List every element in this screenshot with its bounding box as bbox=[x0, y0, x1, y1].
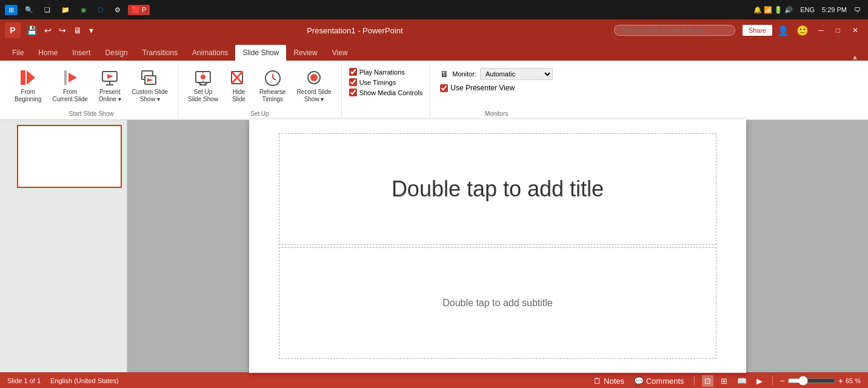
ribbon-search-input[interactable] bbox=[614, 25, 735, 36]
record-slideshow-button[interactable]: Record SlideShow ▾ bbox=[292, 65, 336, 105]
taskbar-notification[interactable]: 🗨 bbox=[852, 5, 863, 15]
normal-view-button[interactable]: ⊡ bbox=[702, 375, 713, 387]
slide-sorter-button[interactable]: ⊞ bbox=[718, 375, 730, 387]
tab-view[interactable]: View bbox=[325, 45, 355, 61]
monitor-settings: 🖥 Monitor: Automatic Primary Monitor Use… bbox=[435, 63, 558, 97]
rehearse-timings-button[interactable]: RehearseTimings bbox=[255, 65, 290, 105]
minimize-button[interactable]: ─ bbox=[813, 24, 829, 37]
slide-info: Slide 1 of 1 bbox=[7, 377, 41, 384]
set-up-show-button[interactable]: Set UpSlide Show bbox=[183, 65, 223, 105]
tab-review[interactable]: Review bbox=[286, 45, 324, 61]
slide-canvas[interactable]: Double tap to add title Double tap to ad… bbox=[249, 119, 746, 373]
monitor-dropdown[interactable]: Automatic Primary Monitor bbox=[480, 68, 553, 80]
taskbar: ⊞ 🔍 ❑ 📁 ◉ ⬡ ⚙ 🟥 P 🔔 📶 🔋 🔊 ENG 5:29 PM 🗨 bbox=[0, 0, 868, 19]
close-button[interactable]: ✕ bbox=[847, 24, 863, 37]
custom-slideshow-icon bbox=[140, 68, 159, 87]
present-online-button[interactable]: PresentOnline ▾ bbox=[94, 65, 126, 105]
settings-button[interactable]: ⚙ bbox=[111, 5, 124, 15]
zoom-slider[interactable] bbox=[787, 376, 836, 386]
file-explorer-button[interactable]: 📁 bbox=[58, 5, 73, 15]
save-quick-btn[interactable]: 💾 bbox=[24, 24, 39, 36]
present-online-label: PresentOnline ▾ bbox=[99, 89, 121, 103]
statusbar-divider2 bbox=[772, 376, 773, 386]
rehearse-timings-icon bbox=[263, 68, 282, 87]
slide-panel: 1 bbox=[0, 120, 127, 372]
record-slideshow-icon bbox=[304, 68, 324, 87]
zoom-in-button[interactable]: + bbox=[838, 376, 843, 386]
tab-home[interactable]: Home bbox=[31, 45, 65, 61]
powerpoint-taskbar-button[interactable]: 🟥 P bbox=[128, 5, 150, 15]
taskbar-system-icons: 🔔 📶 🔋 🔊 bbox=[751, 5, 795, 15]
slide-subtitle-area[interactable]: Double tap to add subtitle bbox=[279, 247, 716, 359]
svg-rect-2 bbox=[64, 70, 67, 85]
monitor-icon: 🖥 bbox=[440, 69, 449, 79]
from-current-button[interactable]: FromCurrent Slide bbox=[47, 65, 92, 105]
maximize-button[interactable]: □ bbox=[831, 24, 845, 37]
monitors-group-label: Monitors bbox=[435, 108, 558, 117]
comments-icon: 💬 bbox=[634, 376, 644, 386]
status-bar: Slide 1 of 1 English (United States) 🗒 N… bbox=[0, 372, 868, 388]
tab-design[interactable]: Design bbox=[98, 45, 135, 61]
statusbar-right: 🗒 Notes 💬 Comments ⊡ ⊞ 📖 ▶ − + 65 % bbox=[591, 375, 861, 387]
ribbon-collapse[interactable]: ▲ bbox=[847, 53, 863, 61]
tab-animations[interactable]: Animations bbox=[185, 45, 235, 61]
play-narrations-check[interactable]: Play Narrations bbox=[349, 68, 423, 76]
custom-slideshow-label: Custom SlideShow ▾ bbox=[132, 89, 168, 103]
start-slideshow-buttons: FromBeginning FromCurrent Slide bbox=[10, 63, 173, 108]
use-presenter-view-check[interactable]: Use Presenter View bbox=[440, 84, 553, 92]
reading-view-button[interactable]: 📖 bbox=[735, 375, 749, 387]
show-media-check[interactable]: Show Media Controls bbox=[349, 89, 423, 96]
notes-button[interactable]: 🗒 Notes bbox=[591, 375, 627, 387]
user-icon[interactable]: 👤 bbox=[777, 25, 789, 36]
main-area: 1 Double tap to add title Double tap to … bbox=[0, 120, 868, 372]
tab-file[interactable]: File bbox=[5, 45, 31, 61]
use-timings-checkbox[interactable] bbox=[349, 78, 357, 86]
zoom-label[interactable]: 65 % bbox=[846, 377, 861, 384]
hide-slide-button[interactable]: HideSlide bbox=[224, 65, 253, 105]
redo-quick-btn[interactable]: ↪ bbox=[56, 24, 68, 36]
comments-button[interactable]: 💬 Comments bbox=[632, 375, 686, 387]
customize-quick-btn[interactable]: 🖥 bbox=[71, 24, 84, 36]
slide-thumbnail[interactable] bbox=[17, 125, 122, 188]
taskbar-lang[interactable]: ENG bbox=[798, 5, 817, 15]
from-beginning-icon bbox=[18, 68, 38, 87]
chrome-button[interactable]: ◉ bbox=[77, 5, 90, 15]
slide-title-area[interactable]: Double tap to add title bbox=[279, 133, 716, 245]
svg-rect-0 bbox=[21, 70, 25, 85]
use-presenter-view-checkbox[interactable] bbox=[440, 84, 448, 92]
svg-line-23 bbox=[273, 78, 276, 80]
slideshow-view-button[interactable]: ▶ bbox=[754, 375, 765, 387]
app-logo: P bbox=[5, 22, 21, 38]
present-online-icon bbox=[100, 68, 119, 87]
start-button[interactable]: ⊞ bbox=[5, 5, 18, 15]
show-media-checkbox[interactable] bbox=[349, 89, 357, 96]
tab-slideshow[interactable]: Slide Show bbox=[235, 45, 286, 61]
slide-subtitle-text: Double tap to add subtitle bbox=[442, 298, 552, 309]
edge-button[interactable]: ⬡ bbox=[94, 5, 107, 15]
use-presenter-view-label: Use Presenter View bbox=[450, 84, 515, 92]
taskbar-time[interactable]: 5:29 PM bbox=[820, 5, 849, 15]
ribbon-checkboxes: Play Narrations Use Timings Show Media C… bbox=[347, 63, 426, 101]
language-info: English (United States) bbox=[50, 377, 119, 384]
group-checkboxes: Play Narrations Use Timings Show Media C… bbox=[342, 63, 431, 117]
task-view-button[interactable]: ❑ bbox=[41, 5, 54, 15]
titlebar-right: Share 👤 🙂 ─ □ ✕ bbox=[614, 24, 863, 37]
smiley-icon[interactable]: 🙂 bbox=[796, 25, 809, 36]
tab-transitions[interactable]: Transitions bbox=[135, 45, 185, 61]
statusbar-divider1 bbox=[694, 376, 695, 386]
use-timings-check[interactable]: Use Timings bbox=[349, 78, 423, 86]
from-beginning-button[interactable]: FromBeginning bbox=[10, 65, 46, 105]
custom-slideshow-button[interactable]: Custom SlideShow ▾ bbox=[127, 65, 173, 105]
search-button[interactable]: 🔍 bbox=[21, 5, 37, 15]
undo-quick-btn[interactable]: ↩ bbox=[42, 24, 54, 36]
svg-point-26 bbox=[310, 74, 318, 81]
svg-marker-1 bbox=[27, 70, 35, 85]
play-narrations-checkbox[interactable] bbox=[349, 68, 357, 76]
ribbon: File Home Insert Design Transitions Anim… bbox=[0, 41, 868, 120]
tab-insert[interactable]: Insert bbox=[65, 45, 98, 61]
share-button[interactable]: Share bbox=[743, 25, 772, 36]
from-current-icon bbox=[61, 68, 80, 87]
ribbon-tab-bar: File Home Insert Design Transitions Anim… bbox=[0, 41, 868, 61]
zoom-out-button[interactable]: − bbox=[780, 376, 785, 386]
quick-access-more[interactable]: ▾ bbox=[87, 24, 96, 36]
